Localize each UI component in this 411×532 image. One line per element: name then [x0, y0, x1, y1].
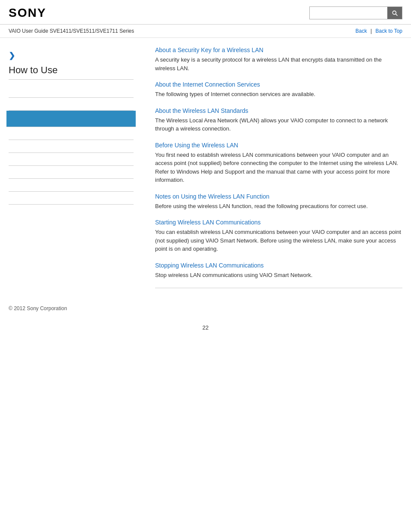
- content-title-2[interactable]: About the Wireless LAN Standards: [155, 107, 402, 114]
- main-container: ❯ How to Use About a Security Key for a …: [0, 38, 411, 297]
- content-item-2: About the Wireless LAN Standards The Wir…: [155, 107, 402, 133]
- content-title-3[interactable]: Before Using the Wireless LAN: [155, 142, 402, 149]
- content-item-6: Stopping Wireless LAN Communications Sto…: [155, 262, 402, 280]
- sidebar-item-5[interactable]: [9, 153, 134, 166]
- nav-bar: VAIO User Guide SVE1411/SVE1511/SVE1711 …: [0, 25, 411, 38]
- content-title-4[interactable]: Notes on Using the Wireless LAN Function: [155, 193, 402, 200]
- content-desc-4: Before using the wireless LAN function, …: [155, 202, 402, 211]
- sidebar-item-3[interactable]: [9, 127, 134, 140]
- search-icon: [391, 9, 398, 16]
- sidebar-item-8[interactable]: [9, 192, 134, 205]
- nav-separator: |: [371, 28, 372, 34]
- nav-title: VAIO User Guide SVE1411/SVE1511/SVE1711 …: [9, 28, 134, 34]
- sidebar-item-6[interactable]: [9, 166, 134, 179]
- sony-logo: SONY: [9, 6, 46, 20]
- search-button[interactable]: [387, 7, 402, 19]
- footer: © 2012 Sony Corporation: [0, 297, 411, 320]
- sidebar-item-7[interactable]: [9, 179, 134, 192]
- back-link[interactable]: Back: [355, 28, 367, 34]
- content-desc-2: The Wireless Local Area Network (WLAN) a…: [155, 116, 402, 133]
- content-desc-1: The following types of Internet connecti…: [155, 90, 402, 99]
- search-box: [309, 6, 402, 19]
- content-title-1[interactable]: About the Internet Connection Services: [155, 81, 402, 88]
- content-title-6[interactable]: Stopping Wireless LAN Communications: [155, 262, 402, 269]
- back-to-top-link[interactable]: Back to Top: [376, 28, 402, 34]
- page-number: 22: [0, 320, 411, 335]
- sidebar: ❯ How to Use: [9, 47, 142, 288]
- content-desc-5: You can establish wireless LAN communica…: [155, 228, 402, 253]
- content-item-0: About a Security Key for a Wireless LAN …: [155, 47, 402, 72]
- sidebar-title: How to Use: [9, 65, 134, 80]
- search-input[interactable]: [310, 7, 387, 19]
- content-item-5: Starting Wireless LAN Communications You…: [155, 219, 402, 253]
- header: SONY: [0, 0, 411, 25]
- content-desc-3: You first need to establish wireless LAN…: [155, 151, 402, 184]
- content-desc-0: A security key is a security protocol fo…: [155, 56, 402, 72]
- sidebar-item-0[interactable]: [9, 85, 134, 98]
- sidebar-item-2[interactable]: [6, 111, 136, 127]
- content-divider: [155, 288, 402, 288]
- sidebar-item-4[interactable]: [9, 140, 134, 153]
- content-item-4: Notes on Using the Wireless LAN Function…: [155, 193, 402, 211]
- content-item-3: Before Using the Wireless LAN You first …: [155, 142, 402, 184]
- content-desc-6: Stop wireless LAN communications using V…: [155, 271, 402, 280]
- content-title-5[interactable]: Starting Wireless LAN Communications: [155, 219, 402, 226]
- content-title-0[interactable]: About a Security Key for a Wireless LAN: [155, 47, 402, 53]
- nav-links: Back | Back to Top: [355, 28, 402, 34]
- sidebar-item-1[interactable]: [9, 98, 134, 111]
- breadcrumb-arrow: ❯: [9, 51, 134, 60]
- content-area: About a Security Key for a Wireless LAN …: [142, 47, 402, 288]
- copyright: © 2012 Sony Corporation: [9, 305, 67, 311]
- content-item-1: About the Internet Connection Services T…: [155, 81, 402, 99]
